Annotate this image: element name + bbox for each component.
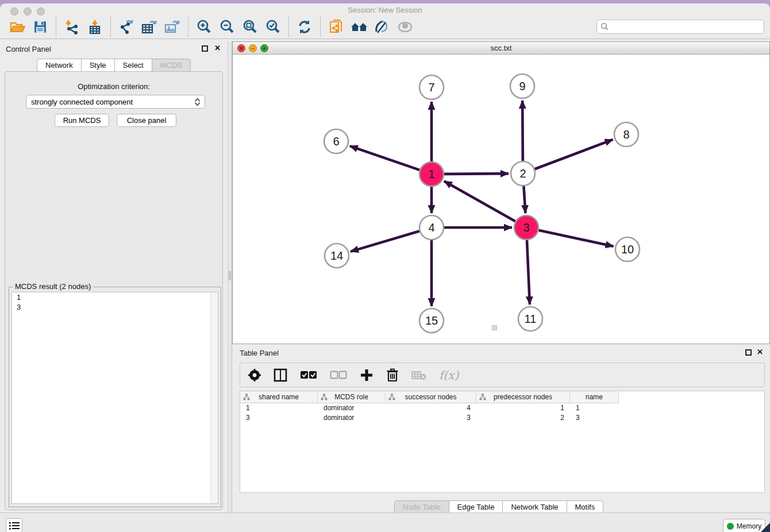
float-table-panel-icon[interactable] bbox=[745, 349, 752, 356]
table-panel: Table Panel ✕ bbox=[232, 345, 770, 512]
graph-node-4[interactable]: 4 bbox=[419, 215, 444, 240]
graph-node-7[interactable]: 7 bbox=[419, 75, 444, 99]
close-panel-icon[interactable]: ✕ bbox=[214, 44, 221, 52]
column-header-name[interactable]: name bbox=[570, 391, 619, 403]
graph-edge-2-3[interactable] bbox=[523, 186, 525, 213]
table-cell[interactable]: 3 bbox=[386, 413, 476, 423]
table-tabs: Node TableEdge TableNetwork TableMotifs bbox=[394, 500, 603, 514]
select-all-icon[interactable] bbox=[300, 367, 317, 384]
search-input[interactable] bbox=[609, 22, 760, 32]
scrollbar[interactable] bbox=[210, 292, 218, 503]
mcds-result-list[interactable]: 13 bbox=[11, 292, 218, 504]
mcds-result-group: MCDS result (2 nodes) 13 bbox=[9, 287, 221, 507]
table-cell[interactable]: 2 bbox=[476, 413, 570, 423]
tab-network-table[interactable]: Network Table bbox=[503, 500, 567, 514]
import-table-icon[interactable] bbox=[85, 17, 105, 37]
graph-node-14[interactable]: 14 bbox=[325, 244, 349, 268]
graph-edge-1-6[interactable] bbox=[350, 146, 420, 170]
graph-node-1[interactable]: 1 bbox=[419, 162, 444, 186]
clone-network-icon[interactable] bbox=[326, 17, 346, 37]
graph-node-8[interactable]: 8 bbox=[614, 122, 638, 147]
run-mcds-button[interactable]: Run MCDS bbox=[55, 114, 109, 127]
graph-edge-2-8[interactable] bbox=[535, 140, 613, 169]
table-cell[interactable]: 1 bbox=[240, 403, 318, 413]
tab-mcds[interactable]: MCDS bbox=[152, 59, 191, 72]
refresh-icon[interactable] bbox=[295, 17, 314, 37]
home-layout-icon[interactable] bbox=[349, 17, 369, 37]
tab-node-table[interactable]: Node Table bbox=[394, 500, 449, 514]
table-cell[interactable]: 1 bbox=[570, 403, 619, 413]
table-cell[interactable]: 3 bbox=[240, 413, 318, 423]
delete-table-icon[interactable] bbox=[411, 367, 426, 384]
tab-network[interactable]: Network bbox=[37, 59, 82, 72]
graph-node-3[interactable]: 3 bbox=[514, 215, 538, 240]
toolbar-separator bbox=[288, 17, 289, 37]
table-row[interactable]: 1dominator411 bbox=[240, 403, 619, 413]
graph-node-9[interactable]: 9 bbox=[510, 74, 534, 98]
graph-edge-3-10[interactable] bbox=[539, 230, 614, 246]
table-cell[interactable]: 1 bbox=[476, 403, 570, 413]
graph-edge-1-2[interactable] bbox=[444, 174, 509, 174]
column-type-icon bbox=[321, 394, 328, 400]
table-cell[interactable]: 4 bbox=[386, 403, 476, 413]
show-hide-eye-icon[interactable] bbox=[395, 17, 415, 37]
graph-node-11[interactable]: 11 bbox=[518, 307, 542, 331]
pane-divider[interactable] bbox=[228, 41, 232, 512]
zoom-in-icon[interactable] bbox=[194, 17, 214, 37]
graph-node-label: 11 bbox=[525, 313, 537, 325]
close-table-panel-icon[interactable]: ✕ bbox=[757, 348, 763, 356]
zoom-fit-icon[interactable] bbox=[240, 17, 260, 37]
table-cell[interactable]: 3 bbox=[570, 413, 619, 423]
import-network-icon[interactable] bbox=[62, 17, 82, 37]
table-row[interactable]: 3dominator323 bbox=[240, 413, 619, 423]
graph-node-label: 10 bbox=[621, 243, 634, 256]
network-canvas[interactable]: 7968124314101511 bbox=[233, 55, 769, 344]
tab-select[interactable]: Select bbox=[115, 59, 152, 72]
delete-column-icon[interactable] bbox=[386, 367, 399, 384]
zoom-out-icon[interactable] bbox=[217, 17, 237, 37]
network-frame-titlebar[interactable]: ✕ − + scc.txt bbox=[233, 42, 769, 55]
graph-edge-2-9[interactable] bbox=[522, 101, 523, 161]
tab-edge-table[interactable]: Edge Table bbox=[449, 500, 503, 514]
graph-edge-4-14[interactable] bbox=[351, 231, 419, 252]
memory-label: Memory bbox=[737, 522, 761, 530]
column-header-shared-name[interactable]: shared name bbox=[240, 391, 318, 403]
graph-node-label: 3 bbox=[523, 221, 529, 234]
graph-node-2[interactable]: 2 bbox=[511, 161, 535, 186]
zoom-selected-icon[interactable] bbox=[263, 17, 283, 37]
criterion-dropdown[interactable]: strongly connected component bbox=[26, 95, 205, 109]
column-header-predecessor-nodes[interactable]: predecessor nodes bbox=[476, 391, 570, 403]
control-panel: Control Panel ✕ NetworkStyleSelectMCDS O… bbox=[0, 41, 228, 512]
column-header-label: successor nodes bbox=[405, 393, 456, 401]
table-cell[interactable]: dominator bbox=[318, 403, 386, 413]
close-panel-button[interactable]: Close panel bbox=[117, 114, 176, 127]
column-header-MCDS-role[interactable]: MCDS role bbox=[318, 391, 386, 403]
save-session-icon[interactable] bbox=[30, 17, 50, 37]
table-cell[interactable]: dominator bbox=[318, 413, 386, 423]
canvas-resize-grip[interactable] bbox=[492, 325, 497, 330]
function-builder-icon[interactable]: f(x) bbox=[439, 367, 459, 384]
divider-grip[interactable] bbox=[229, 271, 231, 280]
export-network-icon[interactable] bbox=[117, 17, 136, 37]
memory-button[interactable]: Memory bbox=[723, 519, 765, 532]
graph-edge-3-11[interactable] bbox=[527, 240, 530, 304]
graph-node-10[interactable]: 10 bbox=[615, 237, 640, 261]
graph-node-15[interactable]: 15 bbox=[419, 309, 444, 333]
window-titlebar: Session: New Session bbox=[0, 3, 770, 16]
open-session-icon[interactable] bbox=[7, 17, 27, 37]
graph-node-6[interactable]: 6 bbox=[324, 129, 348, 153]
tab-motifs[interactable]: Motifs bbox=[567, 500, 604, 514]
settings-gear-icon[interactable] bbox=[248, 367, 261, 384]
task-history-button[interactable] bbox=[6, 518, 22, 532]
add-column-icon[interactable] bbox=[360, 367, 374, 384]
search-box[interactable] bbox=[596, 20, 764, 34]
apply-style-icon[interactable] bbox=[372, 17, 392, 37]
graph-edge-3-1[interactable] bbox=[444, 181, 515, 221]
tab-style[interactable]: Style bbox=[82, 59, 115, 72]
column-header-successor-nodes[interactable]: successor nodes bbox=[386, 391, 476, 403]
export-image-icon[interactable] bbox=[163, 17, 182, 37]
column-view-icon[interactable] bbox=[274, 367, 287, 384]
export-table-icon[interactable] bbox=[140, 17, 159, 37]
deselect-all-icon[interactable] bbox=[330, 367, 347, 384]
float-panel-icon[interactable] bbox=[202, 45, 208, 52]
